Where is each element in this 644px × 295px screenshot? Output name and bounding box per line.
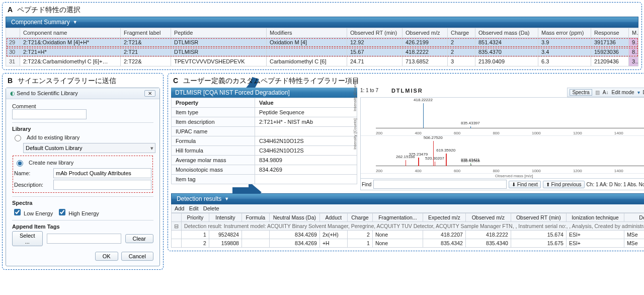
detection-meta-row: ⊟Detection result: Instrument model: ACQ…	[171, 222, 644, 231]
low-energy-label: Low Energy	[24, 210, 53, 216]
panel-a-title: ペプチド特性の選択	[17, 6, 80, 14]
edit-mode-label[interactable]: Edit mode	[612, 90, 634, 95]
col-header[interactable]: Charge	[448, 28, 475, 38]
library-name-input[interactable]	[53, 168, 151, 178]
col-header[interactable]: Component name	[20, 28, 121, 38]
panel-a-label: A	[8, 6, 13, 14]
dropdown-icon: ▼	[73, 20, 77, 25]
col-header[interactable]: Observed RT (min)	[347, 28, 403, 38]
property-row: Item description2:T21+H* - NIST mAb	[171, 117, 357, 127]
component-summary-table: Component nameFragment labelPeptideModif…	[6, 28, 638, 66]
find-label: Find	[362, 182, 371, 187]
comment-label: Comment	[12, 103, 153, 109]
col-header[interactable]: Fragmentation...	[372, 213, 423, 222]
close-icon[interactable]: ✕	[144, 90, 155, 97]
seq-text: DTLMISR	[391, 88, 423, 97]
spectra-tab[interactable]: Spectra	[570, 89, 592, 96]
high-energy-label: High Energy	[68, 210, 99, 216]
spectra-toolbar: Spectra ▥ A↓ Edit mode ▾ Default co	[567, 88, 644, 97]
panel-c-title: ユーザー定義のカスタムペプチド特性ライブラリー項目	[183, 77, 359, 85]
find-bar: Find ⬇ Find next ⬆ Find previous Ch: 1 A…	[360, 179, 644, 190]
detection-toolbar: Add Edit Delete	[171, 204, 644, 213]
property-table: PropertyValueItem typePeptide SequenceIt…	[171, 98, 357, 184]
col-header[interactable]: Detail	[624, 213, 644, 222]
name-label: Name:	[14, 170, 49, 176]
table-row[interactable]: 292:T21&:Oxidation M [4]+H*2:T21&DTLMISR…	[6, 38, 638, 47]
col-header[interactable]: Neutral Mass (Da)	[269, 213, 319, 222]
seq-range: 1: 1 to 7	[360, 88, 378, 93]
col-header[interactable]: Fragment label	[121, 28, 171, 38]
property-row: FormulaC34H62N10O12S	[171, 136, 357, 146]
find-prev-button[interactable]: ⬆ Find previous	[543, 181, 585, 188]
property-header: PropertyValue	[171, 98, 357, 108]
panel-b: B サイエンスライブラリーに送信 ◐ Send to Scientific Li…	[2, 73, 164, 270]
find-input[interactable]	[373, 180, 507, 189]
clear-tags-button[interactable]: Clear	[125, 234, 153, 243]
cancel-button[interactable]: Cancel	[121, 252, 153, 261]
detection-results-label: Detection results	[177, 195, 221, 202]
col-header[interactable]: Priority	[181, 213, 209, 222]
col-header[interactable]: Adduct	[319, 213, 347, 222]
panel-a: A ペプチド特性の選択 Component Summary ▼ Componen…	[2, 2, 642, 70]
send-to-library-dialog: ◐ Send to Scientific Library ✕ Comment L…	[6, 88, 160, 266]
low-energy-check[interactable]	[14, 209, 21, 215]
component-summary-bar[interactable]: Component Summary ▼	[6, 17, 638, 28]
col-header[interactable]: Observed m/z	[465, 213, 511, 222]
property-row: Hill formulaC34H62N10O12S	[171, 146, 357, 156]
col-header[interactable]	[6, 28, 20, 38]
add-button[interactable]: Add	[175, 205, 185, 211]
property-row: IUPAC name	[171, 127, 357, 136]
panel-c-label: C	[173, 77, 178, 85]
col-header[interactable]: Observed m/z	[403, 28, 448, 38]
chevron-down-icon[interactable]: ▾	[150, 145, 153, 152]
description-label: Description:	[14, 182, 49, 188]
table-row[interactable]: 302:T21+H*2:T21DTLMISR15.67418.22222835.…	[6, 47, 638, 57]
existing-library-select[interactable]	[23, 143, 155, 153]
create-new-radio[interactable]	[17, 160, 23, 167]
spectra-section-label: Spectra	[12, 200, 153, 206]
col-header[interactable]: Peptide	[171, 28, 267, 38]
property-row: Average molar mass834.9809	[171, 156, 357, 165]
col-header[interactable]: Modifiers	[267, 28, 347, 38]
dialog-title: Send to Scientific Library	[17, 90, 78, 96]
spectra-viewer[interactable]: Intensity [Counts]418.22222835.433972004…	[360, 97, 644, 179]
edit-button[interactable]: Edit	[189, 205, 199, 211]
library-section-label: Library	[12, 126, 153, 132]
add-existing-radio[interactable]	[15, 135, 21, 141]
panel-b-title: サイエンスライブラリーに送信	[18, 77, 116, 85]
find-next-button[interactable]: ⬇ Find next	[509, 181, 541, 188]
detection-results-bar[interactable]: Detection results ▼	[171, 193, 644, 204]
delete-button[interactable]: Delete	[203, 205, 219, 211]
library-item-bar: DTLMISR [CQA NIST Forced Degradation]	[171, 88, 357, 98]
find-tags: Ch: 1 AA: D No: 1 Abs. No.: 1 Sel: 7	[587, 182, 644, 187]
append-tags-label: Append Item Tags	[12, 224, 153, 230]
col-header[interactable]: Expected m/z	[423, 213, 465, 222]
col-header[interactable]: Charge	[347, 213, 372, 222]
tags-input[interactable]	[47, 234, 121, 244]
col-header[interactable]: Observed mass (Da)	[475, 28, 538, 38]
table-row[interactable]: 2159808834.4269+H1None835.4342835.434015…	[171, 239, 644, 248]
panel-b-label: B	[8, 77, 13, 85]
table-row[interactable]: 312:T22&:Carbamidomethyl C [6]+…2:T22&TP…	[6, 57, 638, 66]
detection-results-table: PriorityIntensityFormulaNeutral Mass (Da…	[171, 213, 644, 248]
col-header[interactable]: Response	[591, 28, 629, 38]
property-row: Item tag	[171, 175, 357, 184]
col-header[interactable]	[171, 213, 181, 222]
col-header[interactable]: Observed RT (min)	[511, 213, 566, 222]
col-header[interactable]: Formula	[242, 213, 269, 222]
select-tags-button[interactable]: Select ...	[12, 231, 43, 246]
property-row: Monoisotopic mass834.4269	[171, 165, 357, 175]
col-header[interactable]: Intensity	[209, 213, 242, 222]
create-new-label: Create new library	[29, 160, 73, 166]
col-header[interactable]: Matched 1st Gen Primary Ions	[629, 28, 638, 38]
high-energy-check[interactable]	[59, 209, 65, 215]
add-existing-label: Add to existing library	[27, 134, 79, 140]
globe-icon: ◐	[10, 90, 15, 96]
library-desc-input[interactable]	[53, 180, 151, 190]
comment-input[interactable]	[12, 109, 87, 119]
table-row[interactable]: 19524824834.42692x(+H)2None418.2207418.2…	[171, 231, 644, 239]
ok-button[interactable]: OK	[95, 252, 118, 261]
col-header[interactable]: Ionization technique	[566, 213, 624, 222]
dropdown-icon: ▼	[224, 196, 229, 201]
col-header[interactable]: Mass error (ppm)	[538, 28, 591, 38]
